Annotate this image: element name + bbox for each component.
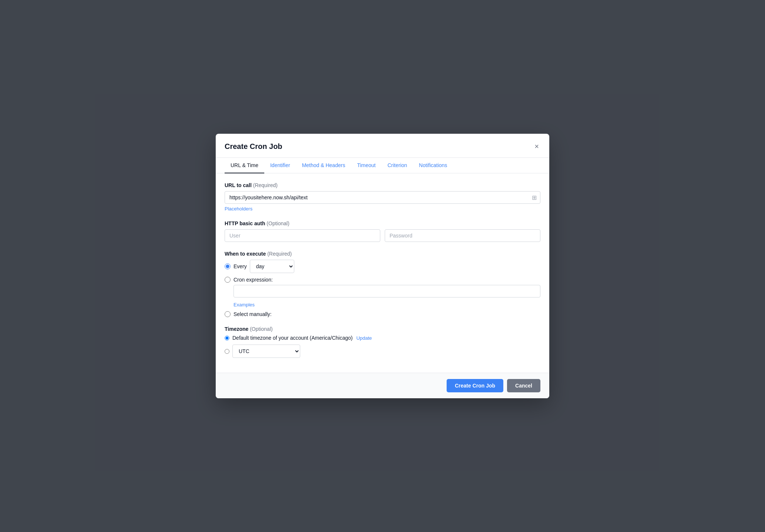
utc-timezone-radio[interactable] bbox=[225, 349, 229, 354]
url-field-group: URL to call (Required) ⊞ Placeholders bbox=[225, 182, 540, 212]
user-input[interactable] bbox=[225, 229, 380, 242]
url-input[interactable] bbox=[225, 191, 540, 204]
every-label: Every bbox=[234, 263, 247, 269]
modal-body: URL to call (Required) ⊞ Placeholders HT… bbox=[216, 173, 549, 373]
placeholders-link[interactable]: Placeholders bbox=[225, 206, 252, 212]
when-execute-field-group: When to execute (Required) Every minute … bbox=[225, 251, 540, 317]
select-manually-radio[interactable] bbox=[225, 311, 231, 317]
cron-expression-row: Cron expression: Examples bbox=[225, 277, 540, 307]
auth-inputs-row bbox=[225, 229, 540, 242]
when-execute-label: When to execute (Required) bbox=[225, 251, 540, 257]
every-radio-row: Every minute hour day week month bbox=[225, 260, 540, 273]
password-input[interactable] bbox=[385, 229, 540, 242]
timezone-label: Timezone (Optional) bbox=[225, 326, 540, 332]
url-label: URL to call (Required) bbox=[225, 182, 540, 188]
default-timezone-label: Default timezone of your account (Americ… bbox=[232, 335, 372, 341]
tab-timeout[interactable]: Timeout bbox=[351, 158, 381, 173]
cron-indent: Examples bbox=[234, 285, 540, 307]
tab-url-time[interactable]: URL & Time bbox=[225, 158, 264, 173]
tab-notifications[interactable]: Notifications bbox=[413, 158, 453, 173]
cancel-button[interactable]: Cancel bbox=[507, 379, 540, 392]
cron-expression-input[interactable] bbox=[234, 285, 540, 297]
tab-identifier[interactable]: Identifier bbox=[264, 158, 296, 173]
grid-icon: ⊞ bbox=[532, 194, 537, 201]
timezone-update-link[interactable]: Update bbox=[356, 335, 372, 341]
modal-title: Create Cron Job bbox=[225, 142, 282, 151]
timezone-select[interactable]: UTC America/New_York America/Chicago Ame… bbox=[232, 345, 300, 358]
create-cron-job-button[interactable]: Create Cron Job bbox=[447, 379, 503, 392]
cron-expression-radio[interactable] bbox=[225, 277, 231, 283]
select-manually-row: Select manually: bbox=[225, 311, 540, 317]
url-input-wrapper: ⊞ bbox=[225, 191, 540, 204]
tab-bar: URL & Time Identifier Method & Headers T… bbox=[216, 158, 549, 173]
every-select[interactable]: minute hour day week month bbox=[250, 260, 294, 273]
every-radio[interactable] bbox=[225, 263, 231, 269]
modal-header: Create Cron Job × bbox=[216, 134, 549, 158]
http-auth-label: HTTP basic auth (Optional) bbox=[225, 220, 540, 226]
tab-method-headers[interactable]: Method & Headers bbox=[296, 158, 351, 173]
create-cron-job-modal: Create Cron Job × URL & Time Identifier … bbox=[216, 134, 549, 398]
default-timezone-row: Default timezone of your account (Americ… bbox=[225, 335, 540, 341]
timezone-field-group: Timezone (Optional) Default timezone of … bbox=[225, 326, 540, 358]
modal-footer: Create Cron Job Cancel bbox=[216, 373, 549, 398]
utc-timezone-row: UTC America/New_York America/Chicago Ame… bbox=[225, 345, 540, 358]
cron-expression-label: Cron expression: bbox=[234, 277, 273, 283]
tab-criterion[interactable]: Criterion bbox=[381, 158, 413, 173]
modal-overlay: Create Cron Job × URL & Time Identifier … bbox=[0, 0, 765, 532]
cron-radio-row: Cron expression: bbox=[225, 277, 540, 283]
default-timezone-radio[interactable] bbox=[225, 336, 229, 340]
http-auth-field-group: HTTP basic auth (Optional) bbox=[225, 220, 540, 242]
execute-radio-group: Every minute hour day week month bbox=[225, 260, 540, 317]
close-button[interactable]: × bbox=[533, 141, 540, 152]
timezone-section: Default timezone of your account (Americ… bbox=[225, 335, 540, 358]
select-manually-label: Select manually: bbox=[234, 311, 272, 317]
examples-link[interactable]: Examples bbox=[234, 302, 540, 307]
